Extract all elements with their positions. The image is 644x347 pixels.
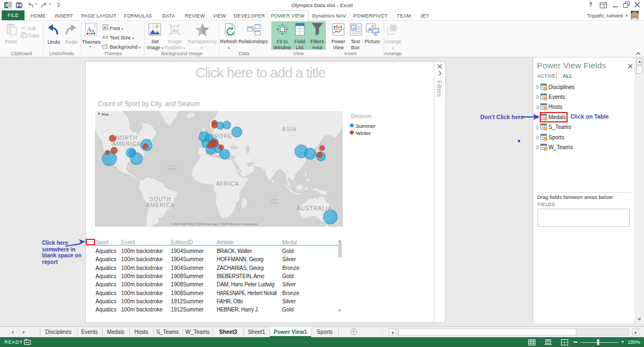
svg-text:Ocean: Ocean (168, 167, 176, 170)
svg-text:A: A (353, 25, 356, 31)
svg-text:NORTH: NORTH (116, 135, 138, 141)
svg-text:ASIA: ASIA (282, 126, 297, 132)
svg-text:AMERICA: AMERICA (112, 141, 141, 147)
svg-text:AUSTRALIA: AUSTRALIA (297, 205, 332, 211)
svg-text:A: A (87, 26, 92, 33)
svg-text:a: a (92, 27, 94, 33)
svg-text:SOUTH: SOUTH (150, 196, 171, 202)
svg-text:bing: bing (102, 113, 109, 116)
svg-text:A: A (104, 25, 107, 30)
svg-text:AFRICA: AFRICA (216, 181, 240, 187)
svg-text:AMERICA: AMERICA (146, 202, 175, 208)
svg-text:Ocean: Ocean (271, 201, 279, 204)
svg-text:© 2010 NAVTEQ, © 2010 Intermap: © 2010 NAVTEQ, © 2010 Intermap, © 2015 M… (170, 222, 258, 226)
